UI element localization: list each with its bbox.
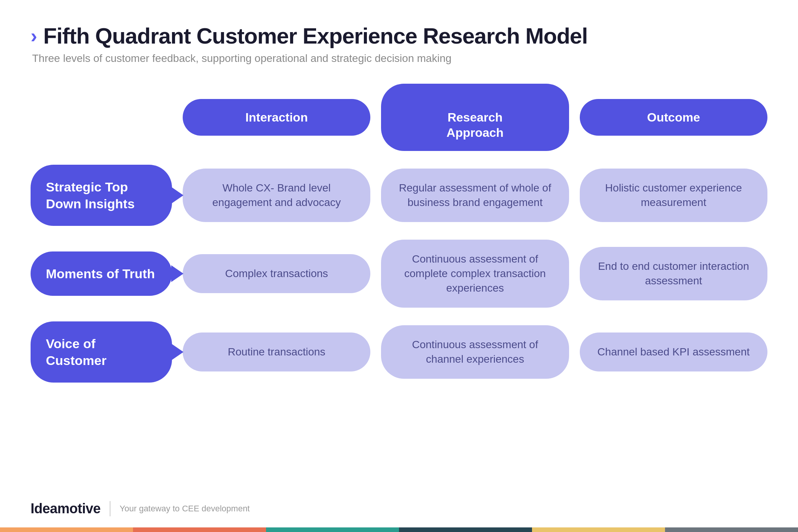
column-header-research-approach: Research Approach — [381, 84, 569, 151]
bottom-bar-red — [133, 527, 266, 532]
cell-voice-outcome: Channel based KPI assessment — [580, 332, 767, 371]
row-label-voice: Voice of Customer — [31, 321, 172, 383]
page-container: › Fifth Quadrant Customer Experience Res… — [0, 0, 798, 532]
footer-tagline: Your gateway to CEE development — [120, 504, 250, 514]
column-header-interaction: Interaction — [183, 99, 370, 136]
row-moments: Moments of Truth Complex transactions Co… — [31, 240, 767, 307]
cell-voice-interaction: Routine transactions — [183, 332, 370, 371]
cell-moments-outcome: End to end customer interaction assessme… — [580, 247, 767, 300]
header: › Fifth Quadrant Customer Experience Res… — [31, 23, 767, 65]
column-header-outcome: Outcome — [580, 99, 767, 136]
footer-divider — [110, 501, 110, 516]
bottom-bar-teal — [266, 527, 399, 532]
bottom-bar-yellow — [532, 527, 665, 532]
page-title: Fifth Quadrant Customer Experience Resea… — [43, 23, 587, 49]
cell-strategic-interaction: Whole CX- Brand level engagement and adv… — [183, 169, 370, 222]
header-row: Interaction Research Approach Outcome — [31, 84, 767, 151]
cell-moments-interaction: Complex transactions — [183, 254, 370, 293]
bottom-color-bar — [0, 527, 798, 532]
cell-strategic-research: Regular assessment of whole of business … — [381, 169, 569, 222]
page-subtitle: Three levels of customer feedback, suppo… — [32, 52, 767, 65]
footer-logo: Ideamotive — [31, 501, 101, 517]
cell-strategic-outcome: Holistic customer experience measurement — [580, 169, 767, 222]
cell-voice-research: Continuous assessment of channel experie… — [381, 325, 569, 379]
row-strategic: Strategic Top Down Insights Whole CX- Br… — [31, 165, 767, 226]
row-label-strategic: Strategic Top Down Insights — [31, 165, 172, 226]
row-label-moments: Moments of Truth — [31, 251, 172, 296]
title-row: › Fifth Quadrant Customer Experience Res… — [31, 23, 767, 49]
grid-wrapper: Interaction Research Approach Outcome St… — [31, 84, 767, 488]
data-rows: Strategic Top Down Insights Whole CX- Br… — [31, 165, 767, 383]
bottom-bar-dark — [399, 527, 532, 532]
row-voice: Voice of Customer Routine transactions C… — [31, 321, 767, 383]
bottom-bar-orange — [0, 527, 133, 532]
title-arrow-icon: › — [31, 26, 37, 46]
footer: Ideamotive Your gateway to CEE developme… — [31, 488, 767, 517]
bottom-bar-gray — [665, 527, 798, 532]
cell-moments-research: Continuous assessment of complete comple… — [381, 240, 569, 307]
